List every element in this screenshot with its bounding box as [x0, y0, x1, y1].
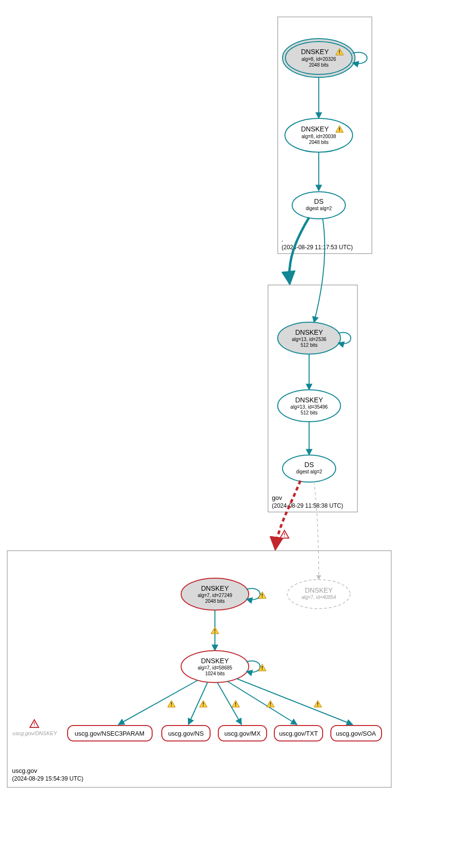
svg-text:!: !	[269, 702, 271, 707]
svg-point-12	[292, 192, 345, 219]
svg-text:alg=13, id=35496: alg=13, id=35496	[290, 404, 328, 410]
svg-text:!: !	[339, 127, 340, 132]
svg-text:alg=7, id=40854: alg=7, id=40854	[301, 595, 336, 600]
svg-text:alg=7, id=58685: alg=7, id=58685	[198, 665, 232, 670]
node-rr-soa: uscg.gov/SOA	[331, 726, 382, 741]
error-icon: !	[280, 530, 289, 538]
edge-gov-ds-uscg-zone-error	[275, 481, 300, 550]
node-gov-ds: DS digest alg=2	[283, 455, 336, 482]
svg-text:alg=8, id=20326: alg=8, id=20326	[301, 57, 336, 62]
svg-text:digest alg=2: digest alg=2	[296, 469, 323, 474]
zone-gov-label: gov	[272, 494, 282, 501]
node-rr-nsec3param: uscg.gov/NSEC3PARAM	[68, 726, 152, 741]
svg-text:!: !	[284, 532, 285, 538]
warning-icon: !	[168, 700, 175, 707]
svg-text:uscg.gov/DNSKEY: uscg.gov/DNSKEY	[13, 730, 57, 736]
zone-root-timestamp: (2024-08-29 11:17:53 UTC)	[282, 244, 353, 251]
warning-icon: !	[232, 700, 240, 707]
node-uscg-ghost-dnskey: DNSKEY alg=7, id=40854	[287, 580, 350, 609]
warning-icon: !	[314, 700, 322, 707]
node-rr-ns: uscg.gov/NS	[162, 726, 210, 741]
svg-text:2048 bits: 2048 bits	[309, 62, 329, 68]
svg-text:uscg.gov/SOA: uscg.gov/SOA	[336, 730, 376, 737]
node-root-zsk: DNSKEY alg=8, id=20038 2048 bits !	[285, 118, 353, 152]
svg-text:512 bits: 512 bits	[300, 410, 317, 415]
svg-text:uscg.gov/MX: uscg.gov/MX	[224, 730, 260, 737]
svg-text:!: !	[202, 702, 204, 707]
svg-text:2048 bits: 2048 bits	[309, 140, 329, 145]
svg-text:digest alg=2: digest alg=2	[306, 206, 332, 211]
svg-text:DS: DS	[314, 198, 323, 205]
svg-text:!: !	[317, 702, 318, 707]
svg-text:alg=8, id=20038: alg=8, id=20038	[301, 134, 336, 139]
svg-text:alg=13, id=2536: alg=13, id=2536	[292, 337, 326, 342]
warning-icon: !	[199, 700, 207, 707]
svg-text:DS: DS	[304, 461, 313, 469]
svg-text:!: !	[33, 721, 35, 727]
node-uscg-zsk: DNSKEY alg=7, id=58685 1024 bits !	[181, 651, 266, 683]
svg-text:!: !	[170, 702, 172, 707]
warning-icon: !	[267, 700, 274, 707]
zone-gov-timestamp: (2024-08-29 11:58:38 UTC)	[272, 502, 343, 509]
svg-text:DNSKEY: DNSKEY	[301, 125, 329, 133]
node-gov-zsk: DNSKEY alg=13, id=35496 512 bits	[278, 390, 340, 422]
svg-text:uscg.gov/NS: uscg.gov/NS	[168, 730, 204, 737]
svg-text:512 bits: 512 bits	[300, 342, 317, 348]
svg-text:2048 bits: 2048 bits	[205, 598, 225, 604]
ghost-dnskey-label: ! uscg.gov/DNSKEY	[13, 720, 57, 736]
zone-uscg-timestamp: (2024-08-29 15:54:39 UTC)	[12, 775, 83, 782]
node-gov-ksk: DNSKEY alg=13, id=2536 512 bits	[278, 322, 351, 354]
svg-point-24	[283, 455, 336, 482]
node-uscg-ksk: DNSKEY alg=7, id=27249 2048 bits !	[181, 578, 266, 610]
svg-text:!: !	[261, 666, 263, 671]
svg-text:DNSKEY: DNSKEY	[301, 48, 329, 56]
zone-root-label: .	[282, 236, 284, 243]
svg-text:DNSKEY: DNSKEY	[201, 584, 229, 592]
edge-root-ds-gov-ksk	[314, 218, 325, 323]
svg-text:!: !	[261, 593, 263, 598]
dnssec-diagram: . (2024-08-29 11:17:53 UTC) DNSKEY alg=8…	[0, 0, 468, 868]
svg-text:!: !	[235, 702, 236, 707]
node-root-ksk: DNSKEY alg=8, id=20326 2048 bits !	[283, 39, 367, 77]
svg-text:DNSKEY: DNSKEY	[201, 657, 229, 665]
error-icon: !	[30, 720, 39, 727]
edge-root-ds-gov-zone	[289, 217, 309, 284]
svg-text:DNSKEY: DNSKEY	[305, 586, 333, 594]
node-root-ds: DS digest alg=2	[292, 192, 345, 219]
svg-text:uscg.gov/TXT: uscg.gov/TXT	[279, 730, 318, 737]
node-rr-mx: uscg.gov/MX	[218, 726, 267, 741]
svg-text:alg=7, id=27249: alg=7, id=27249	[198, 593, 232, 598]
svg-text:1024 bits: 1024 bits	[205, 671, 225, 676]
warning-icon: !	[211, 627, 219, 634]
node-rr-txt: uscg.gov/TXT	[274, 726, 323, 741]
svg-text:!: !	[339, 50, 340, 55]
svg-point-29	[287, 580, 350, 609]
zone-uscg-label: uscg.gov	[12, 767, 38, 774]
svg-text:!: !	[214, 628, 215, 634]
svg-text:DNSKEY: DNSKEY	[295, 396, 323, 404]
svg-text:DNSKEY: DNSKEY	[295, 328, 323, 336]
svg-text:uscg.gov/NSEC3PARAM: uscg.gov/NSEC3PARAM	[75, 730, 144, 737]
edge-gov-ds-uscg-ghost	[314, 482, 319, 580]
